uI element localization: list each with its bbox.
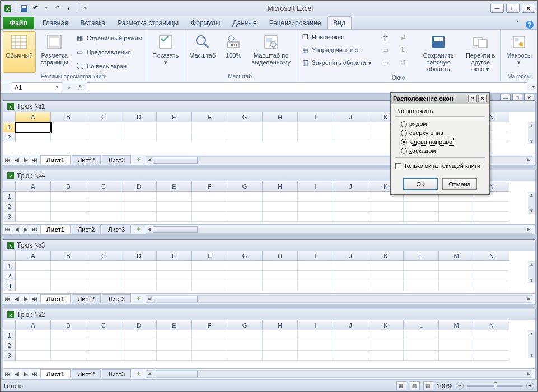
- cell[interactable]: [16, 330, 51, 340]
- cell[interactable]: [51, 212, 86, 222]
- qat-customize-icon[interactable]: ▾: [80, 3, 90, 13]
- tab-page-layout[interactable]: Разметка страницы: [111, 16, 185, 29]
- cell[interactable]: [439, 261, 474, 271]
- cell[interactable]: [404, 212, 439, 222]
- cell[interactable]: [404, 202, 439, 212]
- cell[interactable]: [121, 351, 157, 361]
- sheet-tab[interactable]: Лист3: [102, 294, 131, 304]
- cell[interactable]: [474, 351, 509, 361]
- cancel-button[interactable]: Отмена: [442, 178, 477, 190]
- tab-home[interactable]: Главная: [36, 16, 74, 29]
- freeze-panes-button[interactable]: ▥Закрепить области ▾: [298, 57, 374, 68]
- cell[interactable]: [121, 132, 157, 142]
- cell[interactable]: [16, 192, 51, 202]
- cell[interactable]: [474, 212, 509, 222]
- zoom-button[interactable]: Масштаб: [186, 31, 218, 73]
- cell[interactable]: [192, 212, 227, 222]
- column-header[interactable]: F: [192, 320, 227, 330]
- column-header[interactable]: N: [474, 320, 509, 330]
- sheet-tab[interactable]: Лист1: [40, 155, 71, 165]
- help-icon[interactable]: ?: [525, 20, 534, 29]
- cell[interactable]: [404, 340, 439, 351]
- dropdown-icon[interactable]: ▾: [64, 3, 74, 13]
- column-header[interactable]: E: [157, 181, 192, 192]
- next-sheet-button[interactable]: ▶: [21, 295, 30, 304]
- cell[interactable]: [474, 202, 509, 212]
- row-header[interactable]: 1: [3, 330, 16, 340]
- cell[interactable]: [16, 212, 51, 222]
- cell[interactable]: [368, 271, 404, 281]
- sync-scroll-2[interactable]: ⇅: [396, 44, 410, 55]
- cell[interactable]: [298, 261, 333, 271]
- cell[interactable]: [333, 261, 368, 271]
- cell[interactable]: [51, 340, 86, 351]
- cell[interactable]: [86, 122, 121, 132]
- column-header[interactable]: H: [263, 320, 298, 330]
- cell[interactable]: [333, 281, 368, 291]
- cell[interactable]: [86, 202, 121, 212]
- split-button[interactable]: ╬: [378, 31, 392, 43]
- cell[interactable]: [192, 351, 227, 361]
- cell[interactable]: [227, 351, 263, 361]
- tab-formulas[interactable]: Формулы: [185, 16, 226, 29]
- current-workbook-only-checkbox[interactable]: Только окна текущей книги: [395, 160, 485, 171]
- last-sheet-button[interactable]: ⏭: [30, 225, 39, 234]
- cell[interactable]: [157, 132, 192, 142]
- column-header[interactable]: L: [404, 251, 439, 261]
- sheet-tab[interactable]: Лист3: [102, 155, 131, 165]
- cell[interactable]: [368, 261, 404, 271]
- new-window-button[interactable]: ❐Новое окно: [298, 31, 374, 43]
- cell[interactable]: [298, 281, 333, 291]
- cell[interactable]: [263, 212, 298, 222]
- row-header[interactable]: 2: [3, 132, 16, 142]
- new-sheet-button[interactable]: ✦: [133, 295, 143, 303]
- select-all-corner[interactable]: [3, 181, 16, 192]
- cell[interactable]: [157, 212, 192, 222]
- column-header[interactable]: D: [121, 181, 157, 192]
- cell[interactable]: [16, 122, 51, 132]
- select-all-corner[interactable]: [3, 251, 16, 261]
- cell[interactable]: [227, 202, 263, 212]
- next-sheet-button[interactable]: ▶: [21, 225, 30, 234]
- formula-input[interactable]: [87, 82, 527, 92]
- cell[interactable]: [157, 340, 192, 351]
- maximize-button[interactable]: □: [506, 4, 520, 13]
- cell[interactable]: [192, 340, 227, 351]
- row-header[interactable]: 2: [3, 340, 16, 351]
- cell[interactable]: [263, 271, 298, 281]
- cell[interactable]: [263, 132, 298, 142]
- horizontal-scrollbar[interactable]: ◀▶: [146, 370, 532, 378]
- vertical-scrollbar[interactable]: ▲▼: [528, 330, 535, 358]
- column-header[interactable]: B: [51, 320, 86, 330]
- cell[interactable]: [51, 202, 86, 212]
- normal-view-button[interactable]: Обычный: [3, 31, 36, 73]
- cell[interactable]: [333, 132, 368, 142]
- cell[interactable]: [333, 212, 368, 222]
- column-header[interactable]: C: [86, 112, 121, 122]
- last-sheet-button[interactable]: ⏭: [30, 370, 39, 379]
- row-header[interactable]: 3: [3, 281, 16, 291]
- cell[interactable]: [474, 330, 509, 340]
- cell[interactable]: [227, 192, 263, 202]
- new-sheet-button[interactable]: ✦: [133, 156, 143, 164]
- cell[interactable]: [298, 202, 333, 212]
- cell[interactable]: [474, 271, 509, 281]
- cell[interactable]: [298, 132, 333, 142]
- vertical-scrollbar[interactable]: ▲▼: [528, 192, 535, 214]
- cell[interactable]: [16, 132, 51, 142]
- prev-sheet-button[interactable]: ◀: [12, 225, 21, 234]
- last-sheet-button[interactable]: ⏭: [30, 156, 39, 165]
- zoom-slider[interactable]: [467, 385, 523, 387]
- sheet-tab[interactable]: Лист1: [40, 294, 71, 304]
- file-tab[interactable]: Файл: [3, 17, 34, 29]
- zoom-100-button[interactable]: 100 100%: [221, 31, 246, 73]
- select-all-corner[interactable]: [3, 112, 16, 122]
- cell[interactable]: [121, 340, 157, 351]
- cell[interactable]: [121, 261, 157, 271]
- column-header[interactable]: D: [121, 320, 157, 330]
- column-header[interactable]: H: [263, 112, 298, 122]
- dialog-close-button[interactable]: ✕: [478, 95, 487, 102]
- cell[interactable]: [227, 340, 263, 351]
- cell[interactable]: [263, 340, 298, 351]
- row-header[interactable]: 1: [3, 261, 16, 271]
